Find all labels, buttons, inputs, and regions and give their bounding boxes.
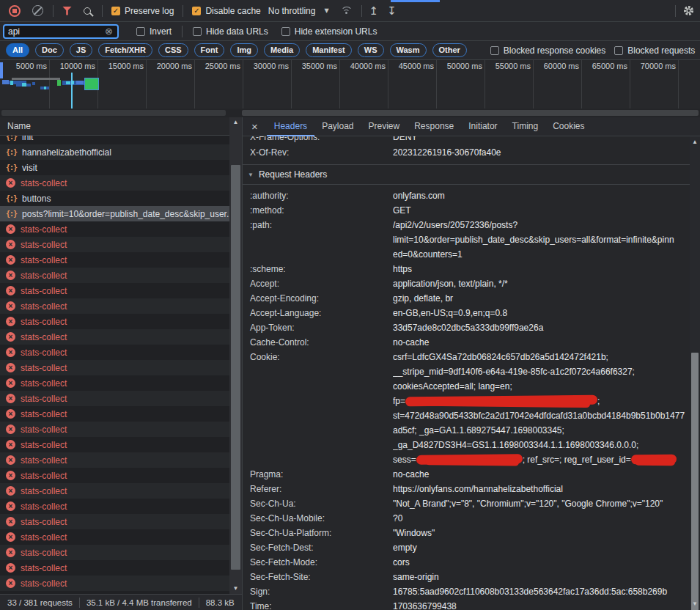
record-network-log-button[interactable] (9, 5, 21, 17)
throttling-select[interactable]: No throttling (268, 6, 316, 16)
request-row-init[interactable]: {:}init (0, 136, 229, 144)
scrollbar-thumb[interactable] (231, 165, 240, 570)
request-row-stats-collect[interactable]: ×stats-collect (0, 468, 229, 483)
blocked-requests-checkbox[interactable] (614, 46, 623, 55)
search-icon[interactable] (84, 7, 91, 15)
filter-chip-css[interactable]: CSS (158, 43, 188, 57)
toolbar-divider (361, 5, 362, 17)
network-conditions-icon[interactable] (341, 7, 353, 15)
request-row-stats-collect[interactable]: ×stats-collect (0, 375, 229, 391)
request-row-stats-collect[interactable]: ×stats-collect (0, 437, 229, 452)
header-value: cors (393, 555, 690, 570)
request-header-row: :scheme:https (243, 262, 690, 276)
request-row-stats-collect[interactable]: ×stats-collect (0, 252, 229, 268)
timeline-tick: 20000 ms (147, 60, 195, 109)
status-divider (79, 598, 80, 608)
request-row-stats-collect[interactable]: ×stats-collect (0, 529, 229, 545)
request-row-posts-limit-10-order-publish-d[interactable]: {:}posts?limit=10&order=publish_date_des… (0, 206, 229, 221)
scroll-up-icon[interactable]: ▲ (690, 138, 700, 147)
header-value-line: gzip, deflate, br (393, 291, 690, 306)
request-row-stats-collect[interactable]: ×stats-collect (0, 345, 229, 360)
hide-extension-urls-checkbox[interactable] (281, 27, 290, 36)
request-row-stats-collect[interactable]: ×stats-collect (0, 560, 229, 576)
preserve-log-checkbox[interactable]: ✓ (111, 7, 120, 15)
request-row-stats-collect[interactable]: ×stats-collect (0, 237, 229, 252)
tab-timing[interactable]: Timing (505, 117, 546, 136)
filter-chip-img[interactable]: Img (230, 43, 258, 57)
clear-network-log-button[interactable] (32, 5, 43, 16)
request-row-visit[interactable]: {:}visit (0, 160, 229, 175)
filter-chip-js[interactable]: JS (70, 43, 92, 57)
overview-scroll-band[interactable] (0, 109, 700, 117)
request-row-stats-collect[interactable]: ×stats-collect (0, 175, 229, 191)
scrollbar-thumb[interactable] (242, 110, 699, 116)
filter-input[interactable] (3, 24, 119, 39)
chevron-down-icon[interactable]: ▼ (324, 7, 328, 14)
tab-preview[interactable]: Preview (361, 117, 408, 136)
request-row-stats-collect[interactable]: ×stats-collect (0, 314, 229, 329)
invert-checkbox[interactable] (136, 27, 145, 36)
import-har-icon[interactable]: ↥ (369, 4, 379, 18)
filter-chip-manifest[interactable]: Manifest (306, 43, 352, 57)
filter-icon[interactable] (62, 7, 72, 15)
filter-chip-ws[interactable]: WS (358, 43, 384, 57)
scroll-down-icon[interactable]: ▼ (229, 584, 242, 593)
network-toolbar: ✓ Preserve log ✓ Disable cache No thrott… (0, 0, 700, 22)
request-row-stats-collect[interactable]: ×stats-collect (0, 283, 229, 298)
network-overview-timeline[interactable]: 5000 ms10000 ms15000 ms20000 ms25000 ms3… (0, 60, 700, 109)
export-har-icon[interactable]: ↧ (387, 4, 397, 18)
resource-type-filter-bar: AllDocJSFetch/XHRCSSFontImgMediaManifest… (0, 41, 700, 60)
request-row-stats-collect[interactable]: ×stats-collect (0, 422, 229, 437)
scroll-down-icon[interactable]: ▼ (690, 600, 700, 609)
request-row-stats-collect[interactable]: ×stats-collect (0, 452, 229, 468)
tab-initiator[interactable]: Initiator (461, 117, 504, 136)
clear-filter-icon[interactable]: ⊗ (105, 26, 113, 36)
request-row-stats-collect[interactable]: ×stats-collect (0, 576, 229, 591)
request-row-buttons[interactable]: {:}buttons (0, 191, 229, 206)
request-row-stats-collect[interactable]: ×stats-collect (0, 268, 229, 283)
filter-chip-all[interactable]: All (6, 43, 29, 57)
request-row-stats-collect[interactable]: ×stats-collect (0, 329, 229, 345)
tab-payload[interactable]: Payload (314, 117, 361, 136)
request-row-stats-collect[interactable]: ×stats-collect (0, 545, 229, 560)
header-value: no-cache (393, 467, 690, 482)
waterfall-mark (57, 80, 61, 86)
header-key: Accept-Encoding: (243, 291, 393, 306)
close-icon[interactable]: × (251, 121, 258, 132)
filter-chip-wasm[interactable]: Wasm (390, 43, 427, 57)
request-name: stats-collect (21, 440, 67, 450)
tab-headers[interactable]: Headers (267, 117, 314, 136)
request-row-stats-collect[interactable]: ×stats-collect (0, 221, 229, 237)
request-row-stats-collect[interactable]: ×stats-collect (0, 483, 229, 499)
request-headers-section[interactable]: ▼ Request Headers (243, 164, 690, 185)
filter-chip-fetch-xhr[interactable]: Fetch/XHR (98, 43, 152, 57)
tab-cookies[interactable]: Cookies (545, 117, 592, 136)
filter-chip-doc[interactable]: Doc (35, 43, 64, 57)
disable-cache-checkbox[interactable]: ✓ (192, 7, 201, 15)
request-header-row: Pragma:no-cache (243, 467, 690, 482)
request-row-stats-collect[interactable]: ×stats-collect (0, 360, 229, 375)
request-name: stats-collect (21, 301, 67, 312)
filter-chip-media[interactable]: Media (264, 43, 300, 57)
requests-scrollbar[interactable]: ▲ ▼ (229, 117, 242, 594)
request-row-stats-collect[interactable]: ×stats-collect (0, 406, 229, 422)
scroll-up-icon[interactable]: ▲ (229, 118, 242, 127)
fetch-json-icon: {:} (6, 163, 17, 172)
request-row-stats-collect[interactable]: ×stats-collect (0, 391, 229, 406)
request-row-stats-collect[interactable]: ×stats-collect (0, 499, 229, 514)
request-row-hannahelizabethofficial[interactable]: {:}hannahelizabethofficial (0, 144, 229, 160)
filter-chip-font[interactable]: Font (194, 43, 225, 57)
settings-gear-icon[interactable] (683, 5, 694, 16)
request-row-stats-collect[interactable]: ×stats-collect (0, 514, 229, 529)
scrollbar-thumb[interactable] (1, 110, 226, 116)
request-row-stats-collect[interactable]: ×stats-collect (0, 298, 229, 314)
header-key: :scheme: (243, 262, 393, 276)
name-column-header[interactable]: Name (0, 117, 229, 136)
scrollbar-thumb[interactable] (691, 353, 699, 610)
details-scrollbar[interactable]: ▲ ▼ (690, 136, 700, 610)
filter-chip-other[interactable]: Other (432, 43, 467, 57)
blocked-response-cookies-checkbox[interactable] (490, 46, 499, 55)
tab-response[interactable]: Response (407, 117, 461, 136)
header-key: Referer: (243, 482, 393, 496)
hide-data-urls-checkbox[interactable] (193, 27, 202, 36)
